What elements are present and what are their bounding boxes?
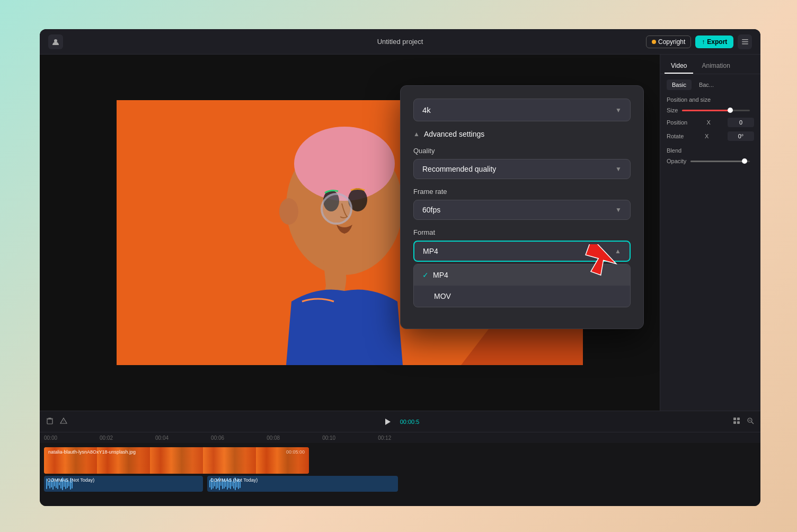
video-track[interactable]: natalia-blauth-lysnA8OxY18-unsplash.jpg … [44, 447, 309, 474]
export-button[interactable]: ↑ Export [695, 36, 733, 48]
format-chevron-icon: ▲ [615, 247, 621, 255]
advanced-settings-toggle[interactable]: ▲ Advanced settings [413, 130, 631, 138]
rotate-x-label: X [705, 133, 709, 139]
svg-rect-19 [737, 418, 740, 420]
right-panel: Video Animation Basic Bac... Position an… [660, 55, 760, 411]
svg-rect-20 [733, 421, 736, 424]
sub-tab-back-label: Bac... [699, 82, 714, 88]
menu-icon[interactable] [738, 34, 752, 49]
audio-track-2[interactable]: COMMAS (Not Today) [207, 476, 398, 492]
check-icon: ✓ [422, 271, 429, 279]
mov-option-label: MOV [434, 292, 451, 300]
svg-point-13 [279, 198, 298, 225]
export-up-icon: ↑ [702, 38, 705, 46]
rotate-value[interactable]: 0° [728, 131, 754, 141]
resolution-chevron-icon: ▼ [615, 107, 622, 114]
size-row: Size [667, 107, 754, 113]
ruler-mark-1: 00:02 [100, 435, 113, 441]
sub-tab-back[interactable]: Bac... [694, 79, 719, 90]
svg-point-12 [323, 195, 350, 223]
format-options-list: ✓ MP4 MOV [413, 264, 631, 307]
blend-section: Blend [667, 147, 754, 154]
resolution-dropdown[interactable]: 4k ▼ [413, 99, 631, 121]
panel-sub-tabs: Basic Bac... [667, 79, 754, 90]
frame-rate-value: 60fps [422, 206, 440, 214]
advanced-settings-label: Advanced settings [424, 130, 484, 138]
add-track-icon[interactable] [733, 417, 740, 426]
tab-animation[interactable]: Animation [695, 59, 736, 74]
project-title: Untitled project [377, 38, 423, 46]
svg-rect-18 [733, 418, 736, 420]
audio-track-1[interactable]: COMMAS (Not Today) [44, 476, 203, 492]
quality-dropdown[interactable]: Recommended quality ▼ [413, 159, 631, 179]
svg-rect-15 [47, 419, 52, 424]
size-label: Size [667, 107, 678, 113]
opacity-row: Opacity [667, 158, 754, 164]
trash-icon[interactable] [46, 417, 54, 426]
zoom-out-icon[interactable] [747, 417, 754, 426]
blend-label: Blend [667, 147, 754, 154]
x-label: X [706, 119, 710, 126]
svg-point-8 [294, 127, 395, 201]
format-dropdown[interactable]: MP4 ▲ [413, 241, 631, 262]
mp4-option-label: MP4 [433, 271, 448, 279]
format-option-mov[interactable]: MOV [414, 286, 630, 307]
topbar-left [48, 34, 154, 49]
title-text: Untitled project [377, 38, 423, 46]
size-slider-fill [682, 110, 729, 111]
tab-video-label: Video [671, 62, 687, 69]
rotate-label: Rotate [667, 133, 684, 139]
position-size-heading: Position and size [667, 96, 754, 103]
frame-rate-dropdown[interactable]: 60fps ▼ [413, 200, 631, 220]
opacity-slider-thumb[interactable] [742, 158, 747, 164]
panel-tabs: Video Animation [660, 55, 760, 74]
copyright-label: Copyright [658, 38, 685, 46]
audio-track-2-label: COMMAS (Not Today) [210, 477, 258, 483]
export-label: Export [707, 38, 727, 46]
ruler-mark-2: 00:04 [155, 435, 169, 441]
topbar-right: Copyright ↑ Export [646, 34, 752, 49]
audio-tracks: COMMAS (Not Today) [44, 476, 756, 492]
size-slider-track[interactable] [682, 110, 750, 111]
format-label: Format [413, 228, 631, 236]
user-icon[interactable] [48, 34, 63, 49]
app-container: Untitled project Copyright ↑ Export [40, 29, 760, 506]
ruler-mark-0: 00:00 [44, 435, 57, 441]
audio-track-1-label: COMMAS (Not Today) [47, 477, 94, 483]
copyright-button[interactable]: Copyright [646, 36, 691, 48]
position-label: Position [667, 119, 687, 126]
video-preview: 4k ▼ ▲ Advanced settings Quality Recomme… [40, 55, 660, 411]
advanced-section: ▲ Advanced settings Quality Recommended … [413, 130, 631, 307]
timeline-ruler: 00:00 00:02 00:04 00:06 00:08 00:10 00:1… [40, 432, 760, 443]
format-value: MP4 [423, 247, 438, 255]
svg-rect-21 [737, 421, 740, 424]
opacity-slider-track[interactable] [690, 161, 750, 162]
svg-text:!: ! [63, 420, 64, 423]
video-track-duration: 00:05:00 [286, 449, 305, 455]
opacity-slider-fill [690, 161, 744, 162]
timeline-controls: ! 00:00:5 [40, 411, 760, 432]
ruler-mark-5: 00:10 [322, 435, 335, 441]
quality-chevron-icon: ▼ [615, 165, 622, 173]
time-display: 00:00:5 [400, 419, 420, 425]
ruler-mark-6: 00:12 [378, 435, 391, 441]
sub-tab-basic-label: Basic [672, 82, 686, 88]
copyright-dot [652, 40, 656, 44]
timeline-tracks: natalia-blauth-lysnA8OxY18-unsplash.jpg … [40, 443, 760, 506]
resolution-value: 4k [422, 105, 431, 114]
play-button[interactable] [381, 415, 394, 428]
tab-animation-label: Animation [702, 62, 730, 69]
tab-video[interactable]: Video [665, 59, 693, 74]
position-row: Position X 0 [667, 118, 754, 127]
ruler-mark-3: 00:06 [211, 435, 224, 441]
svg-rect-2 [742, 41, 748, 42]
warning-icon[interactable]: ! [60, 417, 67, 426]
size-slider-thumb[interactable] [728, 108, 733, 113]
panel-section: Basic Bac... Position and size Size [660, 74, 760, 174]
main-content: 4k ▼ ▲ Advanced settings Quality Recomme… [40, 55, 760, 411]
format-option-mp4[interactable]: ✓ MP4 [414, 264, 630, 286]
position-x-value[interactable]: 0 [728, 118, 754, 127]
sub-tab-basic[interactable]: Basic [667, 79, 692, 90]
quality-value: Recommended quality [422, 165, 496, 173]
svg-rect-1 [742, 39, 748, 40]
